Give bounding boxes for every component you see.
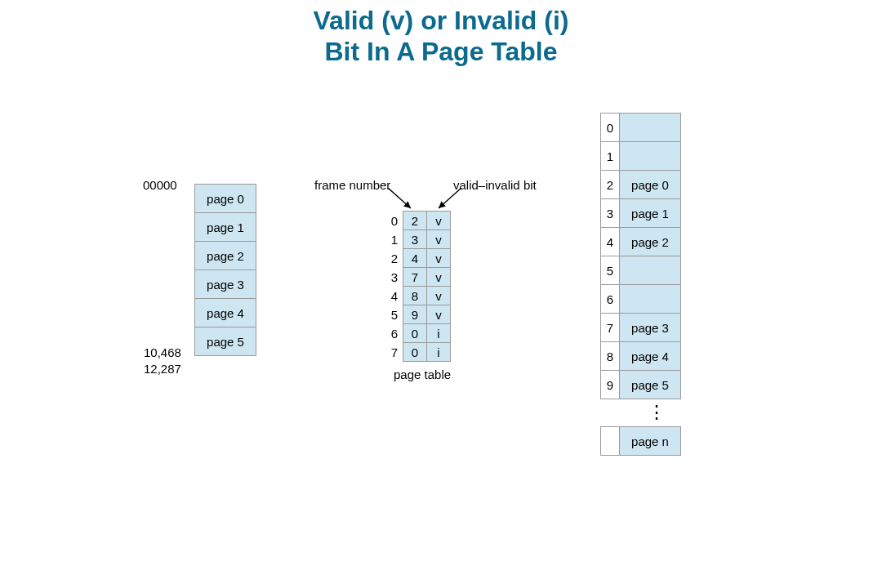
title-line-2: Bit In A Page Table [324,37,557,66]
frame-cell [620,114,681,142]
frame-index: 9 [601,371,620,399]
logical-page-cell: page 2 [195,242,256,270]
logical-page-cell: page 4 [195,299,256,327]
frame-index: 5 [601,256,620,285]
frame-cell [620,285,681,314]
diagram-area: 00000 page 0 page 1 page 2 page 3 page 4… [172,106,719,555]
pt-bit: v [427,287,451,305]
pt-frame: 4 [403,249,427,268]
frame-cell: page 1 [620,199,681,228]
physical-memory-table: 0 1 2page 0 3page 1 4page 2 5 6 7page 3 … [600,113,681,399]
page-table-caption: page table [394,368,451,381]
slide: Valid (v) or Invalid (i) Bit In A Page T… [0,0,882,588]
frame-index: 0 [601,114,620,142]
pt-index: 5 [380,305,403,324]
slide-title: Valid (v) or Invalid (i) Bit In A Page T… [0,5,882,68]
frame-cell [620,256,681,285]
frame-index: 6 [601,285,620,314]
pt-bit: v [427,230,451,249]
pt-bit: v [427,305,451,324]
pt-frame: 9 [403,305,427,324]
addr-label-mid: 10,468 [144,345,181,359]
ellipsis-icon: ⋮ [648,402,667,423]
frame-index: 1 [601,142,620,171]
logical-page-cell: page 1 [195,213,256,242]
pt-frame: 7 [403,268,427,287]
frame-index [601,427,620,456]
frame-cell: page 5 [620,371,681,399]
frame-cell: page 2 [620,228,681,256]
frame-number-label: frame number [314,178,390,192]
frame-index: 4 [601,228,620,256]
addr-label-high: 12,287 [144,362,181,376]
frame-index: 3 [601,199,620,228]
valid-invalid-bit-label: valid–invalid bit [453,178,537,192]
pt-bit: v [427,268,451,287]
frame-cell: page 0 [620,171,681,199]
page-table: 02v 13v 24v 37v 48v 59v 60i 70i [380,211,451,362]
pt-frame: 3 [403,230,427,249]
pt-frame: 8 [403,287,427,305]
addr-label-low: 00000 [143,178,177,192]
logical-page-cell: page 5 [195,327,256,356]
pt-frame: 2 [403,212,427,230]
pt-frame: 0 [403,343,427,362]
pt-index: 3 [380,268,403,287]
pt-index: 7 [380,343,403,362]
physical-memory-tail: page n [600,426,681,456]
pt-bit: i [427,324,451,343]
pt-index: 0 [380,212,403,230]
pt-index: 6 [380,324,403,343]
frame-cell [620,142,681,171]
logical-page-cell: page 3 [195,270,256,299]
frame-cell: page n [620,427,681,456]
pt-bit: v [427,212,451,230]
logical-page-cell: page 0 [195,185,256,213]
frame-cell: page 4 [620,342,681,371]
logical-address-table: page 0 page 1 page 2 page 3 page 4 page … [194,184,256,356]
pt-index: 1 [380,230,403,249]
frame-cell: page 3 [620,314,681,342]
pt-frame: 0 [403,324,427,343]
pt-index: 4 [380,287,403,305]
pt-bit: i [427,343,451,362]
pt-bit: v [427,249,451,268]
frame-index: 7 [601,314,620,342]
pt-index: 2 [380,249,403,268]
frame-index: 2 [601,171,620,199]
svg-line-0 [388,188,411,208]
frame-index: 8 [601,342,620,371]
title-line-1: Valid (v) or Invalid (i) [314,6,569,35]
